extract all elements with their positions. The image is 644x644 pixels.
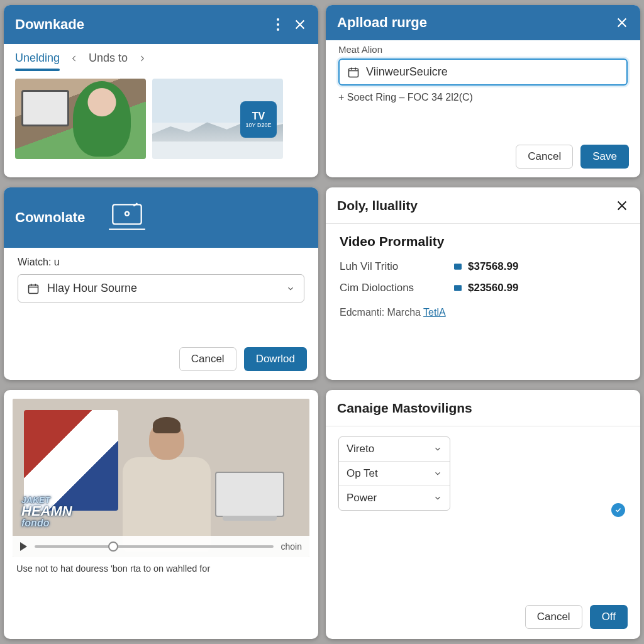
video-player-panel: JAKET HEAMN fondo choin Use not to hat d… xyxy=(4,390,318,639)
tv-badge: TV 10Y D20E xyxy=(240,101,277,138)
svg-rect-3 xyxy=(29,285,38,293)
save-button[interactable]: Save xyxy=(580,145,629,169)
close-icon[interactable] xyxy=(615,199,629,213)
source-input[interactable]: ViinweurSeuicre xyxy=(338,58,628,86)
options-list: Vireto Op Tet Power xyxy=(338,436,450,511)
close-icon[interactable] xyxy=(615,16,629,30)
cancel-button[interactable]: Cancel xyxy=(516,145,573,169)
panel-header: Downkade xyxy=(4,5,318,44)
summary-row: Luh Vil Tritio $37568.99 xyxy=(340,260,626,273)
panel-header: Aplload rurge xyxy=(326,5,640,40)
panel-title: Downkade xyxy=(15,16,84,33)
source-select[interactable]: Hlay Hour Sourne xyxy=(18,274,304,303)
tab-active[interactable]: Unelding xyxy=(15,52,60,65)
panel-title: Aplload rurge xyxy=(337,14,427,31)
tab-inactive[interactable]: Unds to xyxy=(89,52,128,65)
video-player[interactable]: JAKET HEAMN fondo choin xyxy=(13,399,309,557)
video-thumbnail[interactable]: TV 10Y D20E xyxy=(152,79,283,159)
svg-point-2 xyxy=(125,212,129,216)
price-tag-icon xyxy=(453,262,463,272)
play-icon[interactable] xyxy=(20,542,27,551)
lower-third: JAKET HEAMN fondo xyxy=(21,496,72,528)
svg-rect-4 xyxy=(454,264,462,269)
chevron-down-icon xyxy=(433,469,442,478)
svg-rect-5 xyxy=(454,285,462,291)
row-value: $37568.99 xyxy=(468,260,518,273)
download-dialog: Cownolate Wiatch: u Hlay Hour Sourne Can… xyxy=(4,187,318,380)
time-label: choin xyxy=(281,541,302,552)
row-value: $23560.99 xyxy=(468,282,518,294)
select-value: Hlay Hour Sourne xyxy=(47,282,137,295)
download-button[interactable]: Dowrlod xyxy=(244,347,307,371)
chevron-left-icon[interactable] xyxy=(70,54,79,63)
summary-panel: Doly, lluallity Video Prormality Luh Vil… xyxy=(326,187,640,380)
price-tag-icon xyxy=(453,283,463,293)
settings-panel: Canaige Mastoviligns Vireto Op Tet xyxy=(326,390,640,639)
calendar-icon xyxy=(27,282,40,295)
calendar-icon xyxy=(347,66,360,79)
panel-title: Canaige Mastoviligns xyxy=(337,401,472,416)
cancel-button[interactable]: Cancel xyxy=(179,347,236,371)
chevron-down-icon xyxy=(433,494,442,502)
field-label: Wiatch: u xyxy=(18,257,304,268)
seek-slider[interactable] xyxy=(35,545,274,548)
panel-title: Cownolate xyxy=(15,209,85,226)
option-item[interactable]: Vireto xyxy=(339,437,450,462)
more-icon[interactable] xyxy=(277,18,279,31)
chevron-down-icon xyxy=(286,284,295,293)
footer-link-line: Edcmanti: Marcha TetlA xyxy=(340,307,626,318)
input-value: ViinweurSeuicre xyxy=(366,65,448,79)
details-link[interactable]: TetlA xyxy=(423,307,446,318)
field-label: Meat Alion xyxy=(338,44,628,55)
svg-rect-0 xyxy=(349,69,358,77)
panel-title: Doly, lluallity xyxy=(337,198,418,213)
video-laptop-prop xyxy=(215,472,284,517)
row-label: Luh Vil Tritio xyxy=(340,260,453,273)
panel-header: Doly, lluallity xyxy=(326,187,640,224)
chevron-right-icon[interactable] xyxy=(138,54,147,63)
panel-header: Cownolate xyxy=(4,187,318,248)
upload-dialog: Aplload rurge Meat Alion ViinweurSeuicre… xyxy=(326,5,640,177)
cancel-button[interactable]: Cancel xyxy=(525,605,582,629)
option-item[interactable]: Op Tet xyxy=(339,462,450,486)
downloads-panel: Downkade Unelding Unds to TV 10Y D20E xyxy=(4,5,318,177)
option-item[interactable]: Power xyxy=(339,486,450,510)
summary-row: Cim Dioloctions $23560.99 xyxy=(340,282,626,294)
video-caption: Use not to hat douress 'bon rta to on wa… xyxy=(13,557,309,574)
video-thumbnail[interactable] xyxy=(15,79,146,159)
section-subtitle: Video Prormality xyxy=(340,234,626,249)
row-label: Cim Dioloctions xyxy=(340,282,453,294)
off-button[interactable]: Off xyxy=(590,605,628,629)
hint-text: + Soect Ring – FOC 34 2l2(C) xyxy=(338,92,628,103)
playback-bar: choin xyxy=(13,536,309,557)
video-presenter xyxy=(116,421,217,553)
check-badge-icon xyxy=(611,503,625,517)
close-icon[interactable] xyxy=(293,18,307,31)
chevron-down-icon xyxy=(433,445,442,453)
svg-rect-1 xyxy=(113,204,142,224)
panel-header: Canaige Mastoviligns xyxy=(326,390,640,426)
tab-bar: Unelding Unds to xyxy=(4,44,318,70)
laptop-icon xyxy=(106,201,148,235)
